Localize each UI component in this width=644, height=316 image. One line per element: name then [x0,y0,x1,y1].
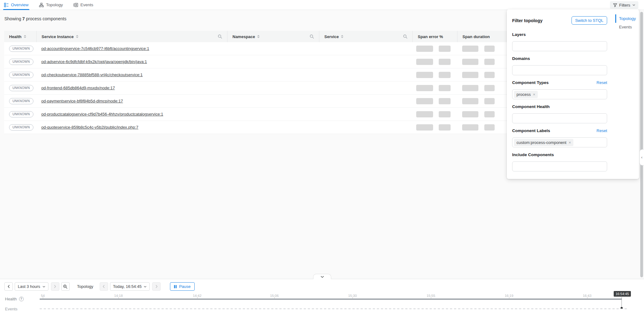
sort-icon[interactable] [257,35,260,38]
snapshot-back-button[interactable] [100,282,108,291]
snapshot-forward-button[interactable] [152,282,161,291]
loading-skeleton [416,72,433,78]
timeline-events-row-label: Events [5,307,17,311]
service-instance-link[interactable]: od-quoteservice-859b8c5c4c-v5b2l/public/… [41,125,138,130]
service-instance-cell: od-productcatalogservice-cf9d7b456-4hhzv… [36,112,227,116]
filter-section-label: Include Components [512,152,554,157]
timeline-cursor-tooltip: 16:54:45 [614,291,631,297]
remove-tag-icon[interactable]: × [569,141,571,145]
overview-icon [4,3,9,7]
zoom-out-button[interactable] [61,282,70,291]
column-label: Namespace [232,34,255,39]
column-header-span-duration: Span duration [457,31,510,42]
loading-skeleton [439,46,451,52]
search-icon[interactable] [403,34,407,39]
filters-button[interactable]: Filters [610,1,638,9]
column-label: Span duration [462,34,490,39]
span-duration-cell [457,85,510,91]
health-cell: UNKNOWN [4,59,36,65]
timeline-cursor-line [622,297,622,308]
timeline-collapse-tab[interactable] [313,274,331,279]
loading-skeleton [484,98,495,104]
layers-input[interactable] [512,41,607,51]
loading-skeleton [484,111,495,117]
tab-overview[interactable]: Overview [3,0,29,10]
chevron-down-icon [144,286,147,288]
tab-topology[interactable]: Topology [38,0,64,10]
sort-icon[interactable] [341,35,343,38]
health-cell: UNKNOWN [4,124,36,131]
span-error-cell [412,124,457,131]
tab-events[interactable]: Events [72,0,94,10]
timeline-events-track[interactable] [40,309,628,309]
result-count: 7 [22,16,25,21]
span-error-cell [412,85,457,91]
loading-skeleton [416,46,433,52]
filter-section-component-labels: Component LabelsResetcustom:process-comp… [512,128,607,147]
remove-tag-icon[interactable]: × [533,92,536,96]
filter-section-head: Component Health [512,104,607,109]
loading-skeleton [439,59,451,65]
panel-collapse-handle[interactable]: ‹ [639,149,644,165]
service-instance-link[interactable]: od-productcatalogservice-cf9d7b456-4hhzv… [41,112,163,116]
service-instance-link[interactable]: od-frontend-685db864d9-msxdx/node:17 [41,86,115,90]
filter-section-head: Component TypesReset [512,80,607,85]
switch-to-stql-button[interactable]: Switch to STQL [572,16,607,25]
reset-link[interactable]: Reset [597,128,607,133]
component-labels-input[interactable]: custom:process-component× [512,137,607,147]
timestamp-selector[interactable]: Today, 16:54:45 [110,282,150,291]
loading-skeleton [462,59,478,65]
sort-icon[interactable] [76,35,78,38]
timeline-toolbar: Last 3 hours Topology Today, 16:54:45 Pa… [4,282,195,291]
chevron-left-icon: ‹ [641,155,642,160]
table-row: UNKNOWNod-quoteservice-859b8c5c4c-v5b2l/… [4,121,510,134]
panel-tab-events[interactable]: Events [615,23,636,31]
search-icon[interactable] [310,34,314,39]
loading-skeleton [439,85,451,91]
component-types-input[interactable]: process× [512,89,607,99]
filter-section-label: Component Labels [512,128,550,133]
service-instance-cell: od-checkoutservice-78885bf588-vrl4c/chec… [36,72,227,77]
panel-side-tabs: TopologyEvents [615,14,636,31]
filter-section-component-types: Component TypesResetprocess× [512,80,607,99]
help-icon[interactable]: ? [19,297,24,301]
timeline-health-track[interactable] [40,299,622,300]
span-error-cell [412,59,457,65]
time-range-selector[interactable]: Last 3 hours [15,282,48,291]
service-instance-link[interactable]: od-adservice-6c9dfcfdbf-k9x2k//opt/java/… [41,59,147,64]
search-icon[interactable] [218,34,222,39]
vertical-scrollbar-thumb[interactable] [640,12,643,277]
service-instance-link[interactable]: od-paymentservice-bf8f84b5d-dlmcp/node:1… [41,99,123,103]
pause-icon [174,285,177,288]
chevron-down-icon [42,286,45,288]
panel-title: Filter topology [512,18,542,23]
column-header-service-instance[interactable]: Service Instance [36,31,227,42]
pause-button[interactable]: Pause [170,282,195,291]
loading-skeleton [439,111,451,117]
service-instance-link[interactable]: od-accountingservice-7c546cb977-l6bft/ac… [41,46,149,51]
column-header-health[interactable]: Health [4,31,36,42]
filter-section-head: Layers [512,32,607,37]
table-row: UNKNOWNod-accountingservice-7c546cb977-l… [4,42,510,55]
loading-skeleton [462,46,478,52]
column-header-namespace[interactable]: Namespace [227,31,319,42]
panel-tab-topology[interactable]: Topology [615,14,636,23]
reset-link[interactable]: Reset [597,80,607,85]
loading-skeleton [416,111,433,117]
column-header-service[interactable]: Service [319,31,412,42]
include-components-input[interactable] [512,161,607,171]
loading-skeleton [416,85,433,91]
time-back-button[interactable] [4,282,13,291]
time-forward-button[interactable] [51,282,59,291]
filter-funnel-icon [613,3,617,7]
service-instance-link[interactable]: od-checkoutservice-78885bf588-vrl4c/chec… [41,72,142,77]
zoom-out-icon [63,284,67,289]
filter-tag-label: custom:process-component [517,140,567,145]
loading-skeleton [439,98,451,104]
sort-icon[interactable] [24,35,26,38]
domains-input[interactable] [512,65,607,75]
component-health-input[interactable] [512,113,607,123]
filter-section-head: Include Components [512,152,607,157]
tab-label: Events [80,2,93,7]
table-row: UNKNOWNod-adservice-6c9dfcfdbf-k9x2k//op… [4,55,510,68]
